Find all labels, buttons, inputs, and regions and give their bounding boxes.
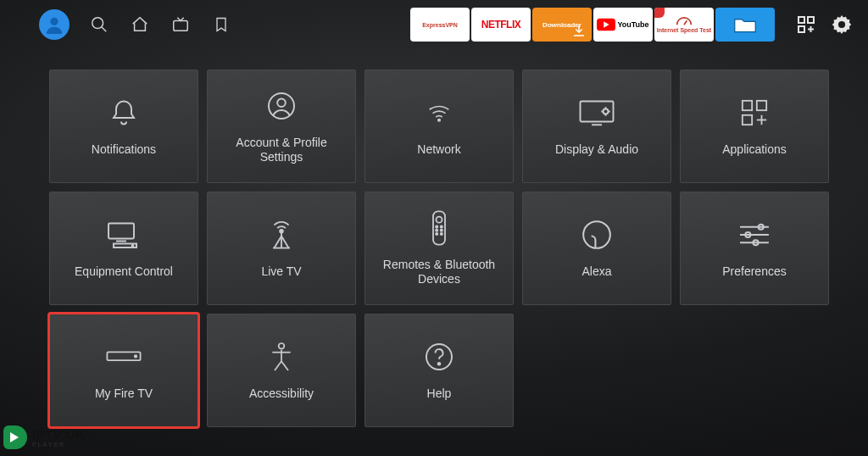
svg-rect-7	[808, 17, 814, 23]
tile-label: Help	[427, 386, 452, 402]
watermark-sub: PLAYER	[32, 442, 86, 448]
svg-point-0	[50, 18, 58, 25]
search-icon[interactable]	[88, 14, 110, 36]
watermark-logo-icon	[3, 425, 27, 449]
nav-icons	[88, 14, 232, 36]
bookmark-icon[interactable]	[210, 14, 232, 36]
equip-icon	[106, 217, 142, 253]
app-tile-esfile[interactable]	[715, 8, 775, 42]
watermark-brand: IPTV UK	[32, 427, 86, 442]
tile-label: Display & Audio	[555, 142, 638, 158]
tile-label: Preferences	[722, 264, 786, 280]
svg-point-41	[436, 229, 437, 231]
antenna-icon	[264, 217, 299, 253]
svg-point-1	[92, 18, 103, 29]
help-icon	[421, 339, 457, 375]
svg-point-32	[280, 230, 283, 233]
svg-point-44	[441, 232, 442, 234]
tile-label: Network	[417, 142, 460, 158]
apps-icon	[737, 95, 772, 131]
svg-rect-24	[757, 101, 766, 110]
settings-grid: NotificationsAccount & Profile SettingsN…	[49, 70, 853, 427]
svg-line-5	[684, 20, 687, 25]
apps-grid-icon[interactable]	[793, 12, 819, 37]
device-icon	[106, 339, 142, 375]
svg-point-45	[583, 221, 610, 248]
svg-rect-6	[798, 17, 804, 23]
tile-label: Remotes & Bluetooth Devices	[372, 258, 506, 287]
svg-point-40	[441, 225, 442, 227]
svg-point-15	[438, 120, 441, 122]
app-label: YouTube	[617, 20, 648, 29]
app-tile-downloader[interactable]: Downloader	[532, 8, 592, 42]
svg-point-13	[269, 93, 294, 119]
watermark: IPTV UK PLAYER	[3, 425, 86, 449]
remote-icon	[421, 210, 457, 246]
svg-point-17	[604, 109, 609, 114]
svg-point-14	[277, 98, 286, 107]
svg-point-43	[436, 232, 437, 234]
settings-tile-notifications[interactable]: Notifications	[49, 70, 198, 183]
svg-rect-25	[743, 115, 752, 125]
bell-icon	[106, 95, 142, 131]
svg-line-57	[275, 362, 281, 371]
settings-tile-network[interactable]: Network	[364, 70, 514, 183]
svg-line-35	[275, 236, 282, 248]
settings-gear-icon[interactable]	[829, 12, 854, 37]
svg-point-53	[135, 355, 137, 358]
top-bar: ExpressVPN NETFLIX Downloader YouTube In…	[0, 0, 868, 49]
settings-tile-remotes[interactable]: Remotes & Bluetooth Devices	[364, 192, 514, 305]
settings-tile-myfiretv[interactable]: My Fire TV	[49, 314, 198, 427]
settings-tile-alexa[interactable]: Alexa	[522, 192, 671, 305]
settings-tile-preferences[interactable]: Preferences	[680, 192, 829, 305]
app-label: NETFLIX	[481, 19, 521, 31]
settings-grid-container: NotificationsAccount & Profile SettingsN…	[0, 49, 868, 427]
svg-rect-8	[798, 26, 804, 32]
settings-tile-livetv[interactable]: Live TV	[207, 192, 356, 305]
svg-point-54	[279, 343, 285, 349]
app-tile-youtube[interactable]: YouTube	[593, 8, 653, 42]
svg-point-60	[438, 363, 441, 365]
profile-icon	[264, 88, 299, 124]
svg-point-38	[437, 216, 442, 222]
settings-tile-display[interactable]: Display & Audio	[522, 70, 671, 183]
settings-tile-equipment[interactable]: Equipment Control	[49, 192, 198, 305]
live-tv-icon[interactable]	[170, 14, 192, 36]
svg-point-12	[838, 21, 845, 28]
app-tile-speedtest[interactable]: Internet Speed Test	[654, 8, 714, 42]
svg-line-36	[281, 236, 289, 248]
tile-label: Account & Profile Settings	[214, 136, 348, 165]
svg-rect-3	[174, 20, 188, 31]
app-label: ExpressVPN	[422, 22, 458, 28]
settings-tile-help[interactable]: Help	[364, 314, 514, 427]
new-badge-icon	[654, 8, 665, 18]
home-icon[interactable]	[129, 14, 151, 36]
settings-tile-accessibility[interactable]: Accessibility	[207, 314, 356, 427]
sliders-icon	[737, 217, 772, 253]
settings-tile-account[interactable]: Account & Profile Settings	[207, 70, 356, 183]
svg-rect-23	[743, 101, 752, 110]
tile-label: Applications	[722, 142, 787, 158]
settings-tile-applications[interactable]: Applications	[680, 70, 829, 183]
profile-avatar[interactable]	[39, 9, 70, 40]
svg-point-31	[132, 245, 134, 247]
tile-label: Alexa	[581, 264, 611, 280]
display-icon	[579, 95, 615, 131]
app-shortcuts-row: ExpressVPN NETFLIX Downloader YouTube In…	[410, 8, 775, 42]
app-label: Internet Speed Test	[657, 27, 711, 33]
tile-label: My Fire TV	[95, 386, 153, 402]
svg-point-42	[441, 229, 442, 231]
svg-rect-28	[108, 224, 134, 239]
wifi-icon	[421, 95, 457, 131]
app-tile-netflix[interactable]: NETFLIX	[471, 8, 531, 42]
svg-point-39	[436, 225, 437, 227]
person-icon	[264, 339, 299, 375]
system-icons	[793, 12, 854, 37]
tile-label: Equipment Control	[75, 264, 173, 280]
app-tile-expressvpn[interactable]: ExpressVPN	[410, 8, 470, 42]
alexa-icon	[579, 217, 615, 253]
svg-line-58	[281, 362, 288, 371]
tile-label: Notifications	[92, 142, 156, 158]
tile-label: Accessibility	[249, 386, 314, 402]
svg-line-2	[102, 27, 107, 32]
